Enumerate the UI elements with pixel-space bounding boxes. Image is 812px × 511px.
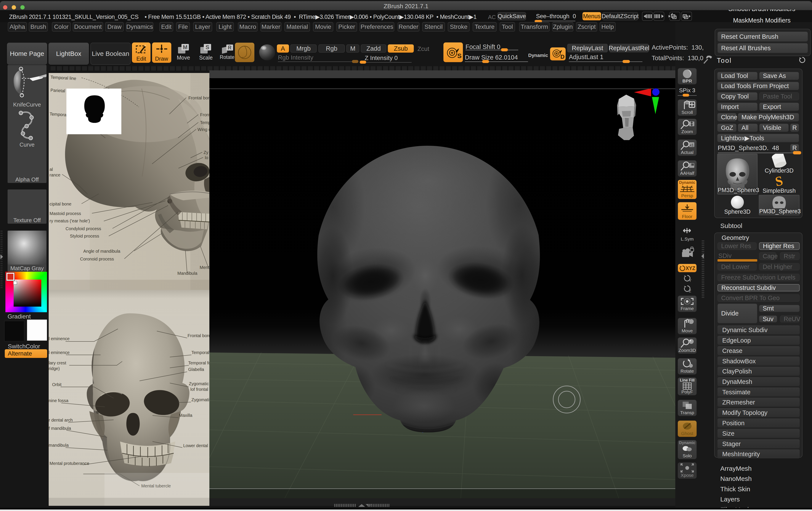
svg-text:Mastoid process: Mastoid process: [50, 211, 81, 216]
svg-text:D: D: [560, 53, 564, 60]
svg-text:Move: Move: [177, 55, 190, 61]
svg-text:Styloid process: Styloid process: [70, 234, 99, 238]
svg-text:Lower dental arc: Lower dental arc: [183, 443, 209, 448]
svg-text:M: M: [183, 44, 187, 50]
svg-text:Maxilla: Maxilla: [179, 413, 193, 418]
svg-text:Frontal bore: Frontal bore: [187, 333, 209, 338]
svg-text:S: S: [457, 52, 462, 59]
svg-text:Frontal bone: Frontal bone: [188, 96, 209, 100]
svg-text:l eminence: l eminence: [49, 350, 70, 355]
svg-text:lo: lo: [205, 155, 208, 160]
svg-text:Draw: Draw: [155, 55, 168, 62]
svg-text:Zy: Zy: [204, 150, 208, 155]
svg-text:lary crest: lary crest: [49, 360, 66, 365]
svg-text:Mandibula: Mandibula: [177, 271, 198, 276]
svg-text:Orbit: Orbit: [52, 382, 62, 387]
svg-text:Glabella: Glabella: [188, 367, 204, 372]
svg-text:nine fossa: nine fossa: [49, 398, 68, 403]
svg-text:ry meatus ('ear hole'): ry meatus ('ear hole'): [50, 218, 90, 223]
svg-text:al: al: [50, 167, 53, 172]
svg-text:rance: rance: [50, 172, 60, 177]
svg-text:Wing of sp: Wing of sp: [198, 127, 209, 132]
svg-text:Temporal line: Temporal line: [192, 350, 209, 355]
svg-text:r dental arch: r dental arch: [49, 418, 73, 423]
svg-text:Coronoid process: Coronoid process: [80, 257, 114, 261]
svg-text:l eminence: l eminence: [49, 336, 70, 341]
svg-text:Mental protuberance: Mental protuberance: [50, 461, 89, 466]
svg-text:mandibula: mandibula: [49, 443, 69, 448]
svg-text:Temporal fossa: Temporal fossa: [188, 360, 209, 365]
svg-text:cipital bone: cipital bone: [50, 201, 71, 206]
svg-text:Parietal b: Parietal b: [50, 88, 69, 93]
svg-text:Rotate: Rotate: [220, 54, 234, 60]
svg-text:Condyloid process: Condyloid process: [65, 226, 101, 231]
svg-text:ridge): ridge): [49, 366, 60, 371]
svg-text:Zygomatic pro: Zygomatic pro: [189, 381, 209, 386]
svg-text:Angle of mandibula: Angle of mandibula: [83, 249, 120, 253]
svg-text:Edit: Edit: [137, 55, 146, 62]
svg-text:Y: Y: [689, 279, 691, 283]
svg-text:Mental pr: Mental pr: [200, 265, 209, 270]
svg-text:Zygomatic: Zygomatic: [192, 397, 209, 402]
svg-text:R: R: [228, 45, 231, 50]
svg-text:f mandibula: f mandibula: [49, 426, 71, 431]
svg-text:Scale: Scale: [199, 55, 213, 61]
svg-text:lof frontal bo: lof frontal bo: [190, 387, 209, 392]
svg-text:x1: x1: [690, 143, 694, 147]
svg-text:Z: Z: [689, 289, 691, 293]
svg-text:S: S: [205, 44, 209, 50]
svg-text:Temporal: Temporal: [200, 120, 209, 125]
svg-text:Frontal: Frontal: [200, 112, 209, 117]
svg-text:S: S: [774, 175, 784, 188]
